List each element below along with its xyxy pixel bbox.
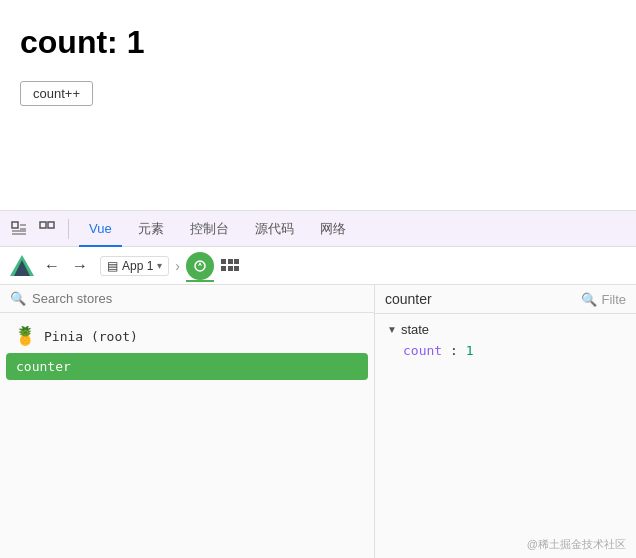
state-label: ▼ state: [387, 322, 624, 337]
pinia-root-item[interactable]: 🍍 Pinia (root): [0, 319, 374, 353]
right-panel-header: counter 🔍 Filte: [375, 285, 636, 314]
devtools-panel: Vue 元素 控制台 源代码 网络 ← → ▤ App 1 ▾: [0, 210, 636, 558]
inspector-icon[interactable]: [8, 218, 30, 240]
count-display: count: 1: [20, 24, 616, 61]
search-icon: 🔍: [10, 291, 26, 306]
store-title: counter: [385, 291, 432, 307]
counter-store-label: counter: [16, 359, 71, 374]
filter-search-icon: 🔍: [581, 292, 597, 307]
elements-icon[interactable]: [36, 218, 58, 240]
svg-rect-10: [221, 266, 226, 271]
svg-rect-12: [234, 266, 239, 271]
collapse-triangle-icon[interactable]: ▼: [387, 324, 397, 335]
right-panel: counter 🔍 Filte ▼ state count : 1: [375, 285, 636, 558]
tab-sources[interactable]: 源代码: [245, 211, 304, 247]
vue-logo: [8, 252, 36, 280]
active-view-icon[interactable]: [186, 252, 214, 280]
tab-console[interactable]: 控制台: [180, 211, 239, 247]
store-list: 🍍 Pinia (root) counter: [0, 313, 374, 558]
count-colon: :: [450, 343, 466, 358]
svg-rect-8: [228, 259, 233, 264]
svg-rect-11: [228, 266, 233, 271]
app-selector[interactable]: ▤ App 1 ▾: [100, 256, 169, 276]
svg-rect-0: [12, 222, 18, 228]
devtools-main-panel: 🔍 🍍 Pinia (root) counter counter �: [0, 285, 636, 558]
svg-rect-1: [40, 222, 46, 228]
toolbar-divider: [68, 219, 69, 239]
pinia-emoji: 🍍: [14, 325, 36, 347]
store-search-bar: 🔍: [0, 285, 374, 313]
counter-store-item[interactable]: counter: [6, 353, 368, 380]
svg-marker-6: [198, 262, 202, 266]
count-key: count: [403, 343, 442, 358]
filter-label: Filte: [601, 292, 626, 307]
app-area: count: 1 count++: [0, 0, 636, 210]
store-search-input[interactable]: [32, 291, 364, 306]
grid-icon[interactable]: [218, 254, 242, 278]
left-panel: 🔍 🍍 Pinia (root) counter: [0, 285, 375, 558]
tab-vue[interactable]: Vue: [79, 211, 122, 247]
count-entry: count : 1: [387, 343, 624, 358]
pinia-root-label: Pinia (root): [44, 329, 138, 344]
svg-rect-9: [234, 259, 239, 264]
state-section: ▼ state count : 1: [375, 314, 636, 366]
forward-button[interactable]: →: [68, 254, 92, 278]
breadcrumb-chevron-icon: ›: [175, 258, 180, 274]
app-selector-icon: ▤: [107, 259, 118, 273]
compass-icon: [186, 252, 214, 280]
vue-secondary-toolbar: ← → ▤ App 1 ▾ ›: [0, 247, 636, 285]
count-increment-button[interactable]: count++: [20, 81, 93, 106]
svg-rect-2: [48, 222, 54, 228]
svg-rect-7: [221, 259, 226, 264]
tab-network[interactable]: 网络: [310, 211, 356, 247]
back-button[interactable]: ←: [40, 254, 64, 278]
tab-elements[interactable]: 元素: [128, 211, 174, 247]
devtools-tab-bar: Vue 元素 控制台 源代码 网络: [0, 211, 636, 247]
right-search-bar: 🔍 Filte: [581, 292, 626, 307]
watermark: @稀土掘金技术社区: [527, 537, 626, 552]
chevron-down-icon: ▾: [157, 260, 162, 271]
app-selector-label: App 1: [122, 259, 153, 273]
count-value: 1: [466, 343, 474, 358]
